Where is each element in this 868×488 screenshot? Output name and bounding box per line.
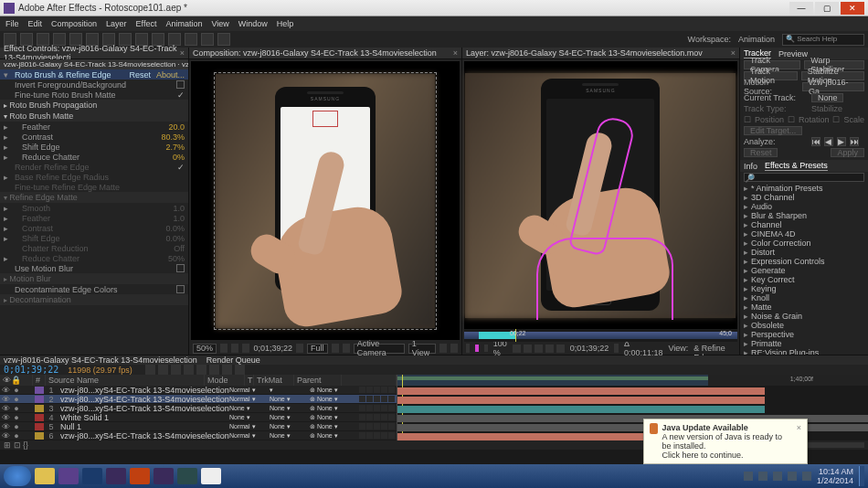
last-frame-icon[interactable] — [556, 345, 565, 353]
brainstorm-icon[interactable] — [222, 365, 232, 375]
presets-list[interactable]: ▸* Animation Presets▸3D Channel▸Audio▸Bl… — [740, 183, 868, 355]
ec-use-motion-blur[interactable]: Use Motion Blur — [0, 263, 188, 273]
camera-select[interactable]: Active Camera — [354, 344, 405, 354]
layer-tab[interactable]: Layer: vzw-j8016-Galaxy S4-EC-Track 13-S… — [462, 48, 739, 59]
preset-category[interactable]: ▸Audio — [740, 202, 868, 211]
puppet-tool[interactable] — [217, 33, 230, 46]
clock-time[interactable]: 10:14 AM — [817, 467, 853, 476]
menu-effect[interactable]: Effect — [136, 19, 157, 28]
preset-category[interactable]: ▸Generate — [740, 266, 868, 275]
start-button[interactable] — [4, 466, 31, 486]
grid-icon[interactable] — [220, 344, 228, 353]
analyze-fwd-1f-button[interactable]: ⏭ — [850, 137, 859, 146]
workspace-selector[interactable]: Animation — [738, 35, 775, 44]
play-icon[interactable] — [535, 345, 543, 353]
stroke-color[interactable] — [475, 345, 479, 352]
presets-search[interactable]: 🔎 — [744, 173, 864, 182]
alpha-icon[interactable] — [614, 344, 619, 353]
ec-shift-edge[interactable]: ▸Shift Edge2.7% — [0, 142, 188, 152]
timeline-layer-row[interactable]: 👁●4White Solid 1None ▾None ▾⊚ None ▾ — [0, 413, 397, 422]
preset-category[interactable]: ▸Distort — [740, 248, 868, 257]
timeline-layer-row[interactable]: 👁●5Null 1Normal ▾None ▾⊚ None ▾ — [0, 422, 397, 431]
photoshop-icon[interactable] — [82, 468, 102, 484]
next-frame-icon[interactable] — [545, 345, 554, 353]
illustrator-icon[interactable] — [130, 468, 150, 484]
graph-editor-icon[interactable] — [235, 365, 245, 375]
guides-icon[interactable] — [231, 344, 238, 353]
toggle-switches-icon[interactable]: ⊞ ⊡ {} — [4, 440, 28, 450]
menu-composition[interactable]: Composition — [51, 19, 97, 28]
close-button[interactable]: ✕ — [841, 2, 864, 15]
preset-category[interactable]: ▸Obsolete — [740, 321, 868, 330]
preset-category[interactable]: ▸* Animation Presets — [740, 184, 868, 193]
timeline-layer-row[interactable]: 👁●6vzw-j80...xyS4-EC-Track 13-S4moviesel… — [0, 431, 397, 440]
tab-info[interactable]: Info — [744, 162, 757, 171]
menu-edit[interactable]: Edit — [28, 19, 43, 28]
ec-contrast[interactable]: ▸Contrast80.3% — [0, 132, 188, 142]
preset-category[interactable]: ▸Key Correct — [740, 275, 868, 284]
layer-bar-2[interactable] — [397, 397, 765, 404]
menu-view[interactable]: View — [211, 19, 228, 28]
preset-category[interactable]: ▸Matte — [740, 302, 868, 312]
close-icon[interactable]: × — [180, 48, 185, 58]
close-icon[interactable]: × — [731, 48, 736, 58]
roi-icon[interactable] — [332, 344, 339, 353]
opt-position[interactable]: Position — [755, 115, 784, 124]
after-effects-icon[interactable] — [58, 468, 79, 484]
timeline-tab-rq[interactable]: Render Queue — [206, 355, 260, 365]
preset-category[interactable]: ▸Color Correction — [740, 239, 868, 248]
pixel-aspect-icon[interactable] — [439, 344, 447, 353]
tray-icon[interactable] — [744, 472, 753, 481]
analyze-back-button[interactable]: ◀ — [824, 137, 833, 146]
tray-icon[interactable] — [788, 472, 797, 481]
frame-blend-icon[interactable] — [196, 365, 206, 375]
layer-bar-3[interactable] — [397, 406, 765, 413]
eraser-tool[interactable] — [185, 33, 197, 46]
views-select[interactable]: 1 View — [408, 344, 436, 354]
motion-source-select[interactable]: vzw-j8016-Ga... — [802, 82, 864, 91]
track-type-select[interactable]: Stabilize — [811, 104, 842, 113]
clock-date[interactable]: 1/24/2014 — [817, 476, 853, 485]
mask-icon[interactable] — [242, 344, 249, 353]
minimize-button[interactable]: — — [789, 2, 813, 15]
layer-pct[interactable]: 100 % — [493, 339, 507, 357]
timeline-layer-row[interactable]: 👁●2vzw-j80...xyS4-EC-Track 13-S4moviesel… — [0, 395, 397, 404]
premiere-icon[interactable] — [106, 468, 126, 484]
freeze-icon[interactable] — [466, 344, 471, 353]
menu-animation[interactable]: Animation — [165, 19, 202, 28]
ec-finetune-roto[interactable]: Fine-tune Roto Brush Matte✓ — [0, 90, 188, 100]
timeline-tab-comp[interactable]: vzw-j8016-Galaxy S4-EC-Track 13-S4movies… — [4, 355, 197, 365]
comp-timecode[interactable]: 0;01;39;22 — [253, 344, 292, 353]
edit-target-button[interactable]: Edit Target... — [744, 126, 802, 135]
comp-mini-flowchart-icon[interactable] — [158, 365, 168, 375]
menu-window[interactable]: Window — [238, 19, 268, 28]
show-desktop-button[interactable] — [859, 466, 864, 486]
menu-help[interactable]: Help — [277, 19, 294, 28]
layer-tc[interactable]: 0;01;39;22 — [570, 344, 609, 353]
tray-icon[interactable] — [802, 472, 811, 481]
preset-category[interactable]: ▸Keying — [740, 284, 868, 293]
search-help-input[interactable]: 🔍 Search Help — [782, 34, 864, 46]
effect-controls-tab[interactable]: Effect Controls: vzw-j8016-Galaxy S4-EC-… — [0, 48, 188, 59]
maximize-button[interactable]: ▢ — [815, 2, 839, 15]
snapshot-icon[interactable] — [296, 344, 303, 353]
preset-category[interactable]: ▸Perspective — [740, 330, 868, 339]
roto-brush-tool[interactable] — [201, 33, 214, 46]
media-encoder-icon[interactable] — [153, 468, 174, 484]
preset-category[interactable]: ▸Primatte — [740, 339, 868, 348]
layer-time-ruler[interactable]: 00;22 45;0 — [464, 329, 737, 342]
ec-invert-fg[interactable]: Invert Foreground/Background — [0, 80, 188, 90]
opt-scale[interactable]: Scale — [843, 115, 864, 124]
chrome-icon[interactable] — [201, 468, 221, 484]
ec-decontaminate[interactable]: Decontaminate Edge Colors — [0, 284, 188, 294]
preset-category[interactable]: ▸RE:Vision Plug-ins — [740, 348, 868, 355]
tray-icon[interactable] — [758, 472, 767, 481]
preset-category[interactable]: ▸Blur & Sharpen — [740, 211, 868, 220]
draft-3d-icon[interactable] — [171, 365, 181, 375]
analyze-fwd-button[interactable]: ▶ — [837, 137, 846, 146]
composition-tab[interactable]: Composition: vzw-j8016-Galaxy S4-EC-Trac… — [189, 48, 461, 59]
analyze-back-1f-button[interactable]: ⏮ — [811, 137, 820, 146]
speedgrade-icon[interactable] — [177, 468, 197, 484]
notif-close-icon[interactable]: × — [797, 423, 801, 432]
menu-file[interactable]: File — [5, 19, 19, 28]
